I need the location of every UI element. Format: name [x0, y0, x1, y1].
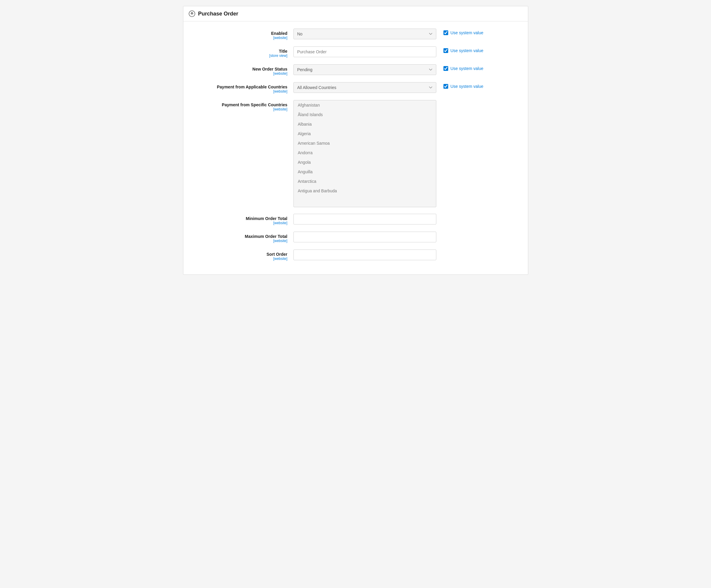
new-order-status-extra-col: Use system value: [436, 64, 483, 71]
new-order-status-use-system-text: Use system value: [451, 66, 483, 71]
maximum-order-total-input[interactable]: [294, 232, 436, 242]
title-use-system-text: Use system value: [451, 48, 483, 53]
section-body: Enabled [website] No Yes Use system valu…: [183, 21, 528, 274]
payment-applicable-countries-use-system-checkbox[interactable]: [444, 84, 448, 89]
sort-order-control-col: [294, 250, 436, 260]
enabled-scope: [website]: [192, 36, 287, 40]
enabled-extra-col: Use system value: [436, 28, 483, 35]
title-control-col: [294, 46, 436, 57]
payment-specific-countries-scope: [website]: [192, 107, 287, 111]
title-use-system-label[interactable]: Use system value: [444, 48, 483, 53]
new-order-status-use-system-checkbox[interactable]: [444, 66, 448, 71]
maximum-order-total-row: Maximum Order Total [website]: [183, 232, 528, 243]
new-order-status-scope: [website]: [192, 71, 287, 76]
payment-specific-countries-multiselect[interactable]: AfghanistanÅland IslandsAlbaniaAlgeriaAm…: [294, 100, 436, 207]
title-label-col: Title [store view]: [192, 46, 294, 58]
enabled-use-system-text: Use system value: [451, 30, 483, 35]
enabled-control-col: No Yes: [294, 28, 436, 39]
page-wrapper: Purchase Order Enabled [website] No Yes: [177, 0, 534, 281]
title-label: Title: [192, 49, 287, 54]
purchase-order-panel: Purchase Order Enabled [website] No Yes: [183, 6, 528, 275]
payment-applicable-countries-use-system-text: Use system value: [451, 84, 483, 89]
new-order-status-use-system-label[interactable]: Use system value: [444, 66, 483, 71]
enabled-select[interactable]: No Yes: [294, 28, 436, 39]
new-order-status-select[interactable]: Pending Processing Complete: [294, 64, 436, 75]
payment-applicable-countries-label: Payment from Applicable Countries: [192, 85, 287, 89]
maximum-order-total-scope: [website]: [192, 239, 287, 243]
new-order-status-control-col: Pending Processing Complete: [294, 64, 436, 75]
enabled-use-system-label[interactable]: Use system value: [444, 30, 483, 35]
sort-order-scope: [website]: [192, 257, 287, 261]
payment-applicable-countries-label-col: Payment from Applicable Countries [websi…: [192, 82, 294, 93]
minimum-order-total-control-col: [294, 214, 436, 225]
minimum-order-total-scope: [website]: [192, 221, 287, 225]
enabled-label: Enabled: [192, 31, 287, 36]
payment-applicable-countries-select[interactable]: All Allowed Countries Specific Countries: [294, 82, 436, 93]
enabled-use-system-checkbox[interactable]: [444, 30, 448, 35]
payment-specific-countries-label: Payment from Specific Countries: [192, 102, 287, 107]
title-input[interactable]: [294, 46, 436, 57]
sort-order-input[interactable]: [294, 250, 436, 260]
title-extra-col: Use system value: [436, 46, 483, 53]
sort-order-label: Sort Order: [192, 252, 287, 257]
title-use-system-checkbox[interactable]: [444, 48, 448, 53]
payment-applicable-countries-use-system-label[interactable]: Use system value: [444, 84, 483, 89]
sort-order-row: Sort Order [website]: [183, 250, 528, 261]
section-title: Purchase Order: [198, 11, 238, 17]
sort-order-label-col: Sort Order [website]: [192, 250, 294, 261]
payment-specific-countries-row: Payment from Specific Countries [website…: [183, 100, 528, 207]
maximum-order-total-extra-col: [436, 232, 444, 233]
minimum-order-total-label: Minimum Order Total: [192, 216, 287, 221]
minimum-order-total-label-col: Minimum Order Total [website]: [192, 214, 294, 225]
maximum-order-total-label: Maximum Order Total: [192, 234, 287, 239]
payment-applicable-countries-control-col: All Allowed Countries Specific Countries: [294, 82, 436, 93]
payment-specific-countries-control-col: AfghanistanÅland IslandsAlbaniaAlgeriaAm…: [294, 100, 436, 207]
minimum-order-total-row: Minimum Order Total [website]: [183, 214, 528, 225]
minimum-order-total-extra-col: [436, 214, 444, 215]
enabled-label-col: Enabled [website]: [192, 28, 294, 40]
payment-applicable-countries-scope: [website]: [192, 89, 287, 93]
collapse-icon: [189, 10, 195, 17]
payment-specific-countries-label-col: Payment from Specific Countries [website…: [192, 100, 294, 111]
section-header[interactable]: Purchase Order: [183, 6, 528, 21]
new-order-status-row: New Order Status [website] Pending Proce…: [183, 64, 528, 76]
enabled-row: Enabled [website] No Yes Use system valu…: [183, 28, 528, 40]
maximum-order-total-control-col: [294, 232, 436, 242]
title-row: Title [store view] Use system value: [183, 46, 528, 58]
minimum-order-total-input[interactable]: [294, 214, 436, 225]
payment-specific-countries-extra-col: [436, 100, 444, 102]
new-order-status-label: New Order Status: [192, 67, 287, 71]
new-order-status-label-col: New Order Status [website]: [192, 64, 294, 76]
payment-applicable-countries-extra-col: Use system value: [436, 82, 483, 89]
maximum-order-total-label-col: Maximum Order Total [website]: [192, 232, 294, 243]
payment-applicable-countries-row: Payment from Applicable Countries [websi…: [183, 82, 528, 93]
title-scope: [store view]: [192, 54, 287, 58]
sort-order-extra-col: [436, 250, 444, 251]
